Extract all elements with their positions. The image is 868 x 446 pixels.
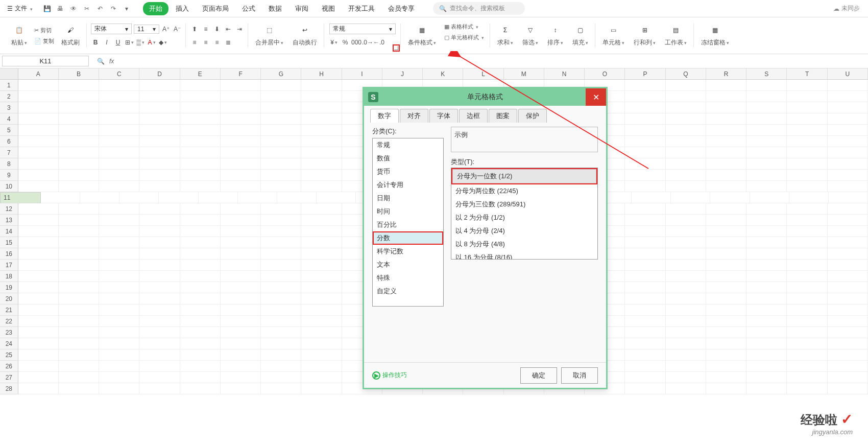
cell[interactable] bbox=[180, 237, 221, 248]
cell[interactable] bbox=[139, 304, 180, 316]
ribbon-tab-0[interactable]: 开始 bbox=[143, 2, 168, 15]
filter-button[interactable]: ▽筛选 bbox=[519, 22, 541, 49]
cell[interactable] bbox=[706, 215, 746, 226]
cell[interactable] bbox=[625, 125, 665, 136]
font-grow-icon[interactable]: A⁺ bbox=[161, 25, 171, 34]
cell[interactable] bbox=[180, 349, 221, 361]
cell[interactable] bbox=[787, 91, 827, 102]
cell[interactable] bbox=[221, 113, 261, 125]
col-header[interactable]: A bbox=[18, 68, 59, 79]
copy-button[interactable]: 📄 复制 bbox=[32, 36, 56, 46]
cell[interactable] bbox=[59, 304, 99, 316]
align-justify-icon[interactable]: ≣ bbox=[224, 38, 233, 47]
sync-status[interactable]: ☁ 未同步 bbox=[833, 4, 864, 13]
cell[interactable] bbox=[139, 91, 180, 102]
cell[interactable] bbox=[746, 237, 787, 248]
row-header[interactable]: 1 bbox=[0, 80, 18, 91]
cell[interactable] bbox=[706, 203, 746, 215]
cell[interactable] bbox=[787, 271, 827, 282]
cell[interactable] bbox=[787, 304, 827, 316]
category-item[interactable]: 分数 bbox=[373, 231, 443, 245]
qat-redo-icon[interactable]: ↷ bbox=[108, 4, 118, 14]
cell[interactable] bbox=[139, 282, 180, 293]
cell[interactable] bbox=[746, 215, 787, 226]
cell[interactable] bbox=[261, 372, 301, 383]
cell[interactable] bbox=[787, 147, 827, 158]
cell[interactable] bbox=[666, 147, 706, 158]
cell[interactable] bbox=[180, 102, 221, 113]
cell[interactable] bbox=[301, 158, 342, 170]
row-header[interactable]: 24 bbox=[0, 338, 18, 349]
cell[interactable] bbox=[99, 147, 139, 158]
cell[interactable] bbox=[99, 226, 139, 237]
cell[interactable] bbox=[180, 248, 221, 260]
align-left-icon[interactable]: ≡ bbox=[190, 38, 199, 47]
cell[interactable] bbox=[139, 158, 180, 170]
cell[interactable] bbox=[221, 237, 261, 248]
cell[interactable] bbox=[59, 147, 99, 158]
cell[interactable] bbox=[261, 147, 301, 158]
cell[interactable] bbox=[139, 215, 180, 226]
cell-button[interactable]: ▭单元格 bbox=[599, 22, 628, 49]
cell[interactable] bbox=[221, 349, 261, 361]
col-header[interactable]: T bbox=[787, 68, 827, 79]
cell[interactable] bbox=[139, 293, 180, 304]
row-header[interactable]: 23 bbox=[0, 327, 18, 338]
cell[interactable] bbox=[706, 158, 746, 170]
cell[interactable] bbox=[261, 136, 301, 147]
cell[interactable] bbox=[18, 125, 59, 136]
italic-button[interactable]: I bbox=[102, 38, 111, 47]
cell[interactable] bbox=[666, 383, 706, 394]
cell[interactable] bbox=[221, 260, 261, 271]
cell[interactable] bbox=[787, 170, 827, 181]
cell[interactable] bbox=[301, 271, 342, 282]
cell[interactable] bbox=[625, 91, 665, 102]
cell[interactable] bbox=[787, 316, 827, 327]
cell[interactable] bbox=[99, 158, 139, 170]
cell[interactable] bbox=[828, 271, 868, 282]
cell[interactable] bbox=[99, 237, 139, 248]
cell[interactable] bbox=[625, 80, 665, 91]
cell[interactable] bbox=[18, 383, 59, 394]
row-header[interactable]: 25 bbox=[0, 349, 18, 361]
cell[interactable] bbox=[706, 102, 746, 113]
category-item[interactable]: 数值 bbox=[373, 152, 443, 165]
cell[interactable] bbox=[666, 203, 706, 215]
cell[interactable] bbox=[99, 170, 139, 181]
cell[interactable] bbox=[180, 158, 221, 170]
cell[interactable] bbox=[787, 327, 827, 338]
row-header[interactable]: 20 bbox=[0, 293, 18, 304]
category-item[interactable]: 会计专用 bbox=[373, 178, 443, 192]
cell[interactable] bbox=[706, 147, 746, 158]
cell[interactable] bbox=[787, 136, 827, 147]
cell[interactable] bbox=[18, 80, 59, 91]
cell[interactable] bbox=[199, 192, 238, 203]
cell[interactable] bbox=[59, 293, 99, 304]
cell[interactable] bbox=[706, 226, 746, 237]
cell[interactable] bbox=[221, 91, 261, 102]
cell[interactable] bbox=[18, 158, 59, 170]
cell[interactable] bbox=[787, 113, 827, 125]
cell[interactable] bbox=[625, 102, 665, 113]
cell[interactable] bbox=[99, 102, 139, 113]
cell[interactable] bbox=[746, 260, 787, 271]
cell[interactable] bbox=[666, 349, 706, 361]
cell[interactable] bbox=[99, 181, 139, 192]
cell[interactable] bbox=[787, 125, 827, 136]
cell[interactable] bbox=[139, 372, 180, 383]
cell[interactable] bbox=[666, 271, 706, 282]
cell[interactable] bbox=[18, 293, 59, 304]
tips-link[interactable]: ▶操作技巧 bbox=[372, 371, 407, 380]
cell[interactable] bbox=[18, 226, 59, 237]
cell[interactable] bbox=[625, 316, 665, 327]
cell[interactable] bbox=[18, 338, 59, 349]
cell[interactable] bbox=[261, 170, 301, 181]
cell[interactable] bbox=[180, 136, 221, 147]
cell[interactable] bbox=[18, 113, 59, 125]
cell[interactable] bbox=[59, 158, 99, 170]
cell[interactable] bbox=[625, 181, 665, 192]
cell[interactable] bbox=[99, 383, 139, 394]
cell[interactable] bbox=[139, 338, 180, 349]
row-header[interactable]: 28 bbox=[0, 383, 18, 394]
cell[interactable] bbox=[221, 215, 261, 226]
